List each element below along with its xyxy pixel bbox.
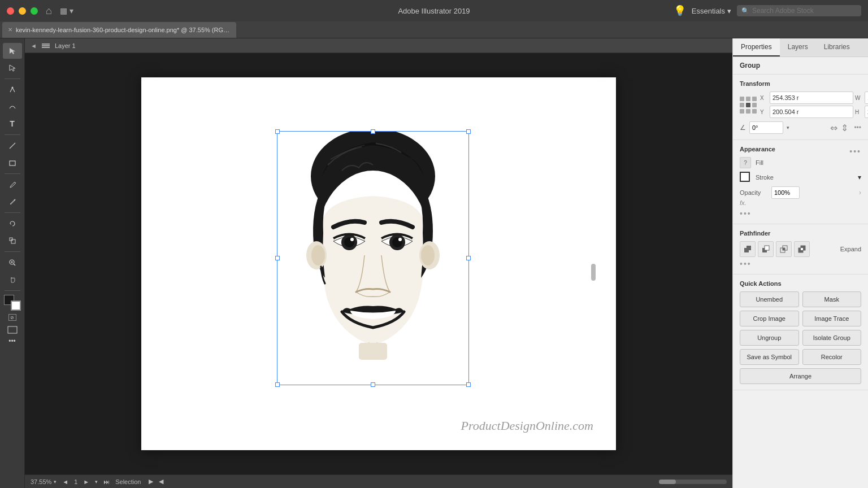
- tool-divider-4: [5, 212, 20, 213]
- scale-tool-button[interactable]: [3, 233, 22, 249]
- pathfinder-intersect[interactable]: [776, 241, 792, 257]
- recolor-button[interactable]: Recolor: [802, 349, 862, 365]
- tab-close-icon[interactable]: ✕: [8, 27, 12, 33]
- group-label-section: Group: [733, 57, 868, 75]
- anchor-grid[interactable]: [740, 97, 757, 114]
- anchor-dot-tl[interactable]: [740, 97, 744, 101]
- direct-select-tool-button[interactable]: [3, 60, 22, 76]
- scroll-track[interactable]: [659, 480, 727, 484]
- main-area: T: [0, 38, 868, 488]
- app-title: Adobe Illustrator 2019: [398, 7, 470, 15]
- more-appearance-dots[interactable]: •••: [740, 209, 752, 218]
- zoom-control[interactable]: 37.55% ▾: [31, 478, 57, 485]
- page-dropdown-icon[interactable]: ▾: [95, 479, 98, 485]
- w-input[interactable]: [865, 91, 868, 104]
- anchor-dot-bl[interactable]: [740, 109, 744, 114]
- file-tab[interactable]: ✕ kevin-kennedy-learn-fusion-360-product…: [2, 22, 236, 38]
- scroll-thumb[interactable]: [659, 480, 676, 484]
- tab-layers[interactable]: Layers: [780, 38, 816, 56]
- more-pathfinder-dots[interactable]: •••: [740, 259, 752, 268]
- flip-horizontal-icon[interactable]: ⇔: [830, 123, 837, 133]
- angle-dropdown-icon: ▾: [787, 125, 789, 130]
- anchor-dot-tc[interactable]: [746, 97, 750, 101]
- opacity-more-icon[interactable]: ›: [859, 189, 861, 197]
- anchor-dot-br[interactable]: [752, 109, 757, 114]
- stroke-icon[interactable]: [740, 172, 751, 183]
- anchor-dot-mr[interactable]: [752, 103, 757, 107]
- pathfinder-exclude[interactable]: [794, 241, 810, 257]
- crop-image-button[interactable]: Crop Image: [740, 311, 799, 326]
- paintbrush-tool-button[interactable]: [3, 177, 22, 193]
- status-bar: 37.55% ▾ ◄ 1 ► ▾ ⏭ Selection ▶ ◀: [25, 474, 732, 488]
- search-input[interactable]: [752, 7, 857, 15]
- nav-prev[interactable]: ◄: [62, 478, 68, 485]
- home-icon[interactable]: ⌂: [46, 5, 52, 17]
- angle-input[interactable]: [749, 121, 783, 134]
- artboard-button[interactable]: [7, 325, 18, 336]
- panel-tabs: Properties Layers Libraries: [733, 38, 868, 57]
- hand-tool-button[interactable]: [3, 272, 22, 287]
- watermark: ProductDesignOnline.com: [461, 419, 593, 433]
- none-color-button[interactable]: ⊘: [8, 314, 16, 321]
- lightbulb-icon[interactable]: 💡: [674, 5, 686, 17]
- zoom-tool-button[interactable]: [3, 255, 22, 271]
- y-input[interactable]: [770, 106, 853, 118]
- color-swatches[interactable]: [4, 295, 21, 311]
- h-input[interactable]: [865, 106, 868, 118]
- image-trace-button[interactable]: Image Trace: [802, 311, 862, 326]
- scroll-indicator[interactable]: [591, 264, 596, 281]
- mask-button[interactable]: Mask: [802, 291, 862, 307]
- pen-tool-button[interactable]: [3, 82, 22, 98]
- quick-actions-section: Quick Actions Unembed Mask Crop Image Im…: [733, 274, 868, 390]
- rect-tool-button[interactable]: [3, 155, 22, 171]
- maximize-button[interactable]: [31, 7, 38, 15]
- flip-vertical-icon[interactable]: ⇕: [841, 123, 848, 133]
- xywh-grid: X W Y H: [760, 91, 868, 118]
- anchor-dot-ml[interactable]: [740, 103, 744, 107]
- tab-label: kevin-kennedy-learn-fusion-360-product-d…: [16, 27, 231, 33]
- navigate-button[interactable]: ▶: [149, 478, 153, 485]
- pencil-tool-button[interactable]: [3, 194, 22, 210]
- save-as-symbol-button[interactable]: Save as Symbol: [740, 349, 799, 365]
- curvature-tool-button[interactable]: [3, 99, 22, 115]
- pathfinder-unite[interactable]: [740, 241, 756, 257]
- isolate-group-button[interactable]: Isolate Group: [802, 330, 862, 346]
- stroke-swatch[interactable]: [11, 300, 21, 311]
- type-tool-button[interactable]: T: [3, 116, 22, 132]
- rotate-tool-button[interactable]: [3, 216, 22, 232]
- fill-label: Fill: [756, 159, 763, 166]
- tab-properties[interactable]: Properties: [733, 38, 780, 56]
- anchor-dot-mc[interactable]: [746, 103, 750, 107]
- transform-controls: X W Y H ⛓: [740, 91, 861, 118]
- essentials-button[interactable]: Essentials ▾: [692, 7, 731, 15]
- workspace-switcher-icon[interactable]: ▦ ▾: [60, 6, 73, 15]
- more-appearance-icon[interactable]: •••: [849, 147, 861, 156]
- minimize-button[interactable]: [19, 7, 26, 15]
- more-tools-button[interactable]: •••: [8, 337, 16, 345]
- arrange-button[interactable]: Arrange: [740, 368, 861, 384]
- pathfinder-expand-button[interactable]: Expand: [840, 246, 861, 252]
- artwork-svg: [277, 131, 469, 391]
- search-bar[interactable]: 🔍: [737, 5, 861, 16]
- zoom-value: 37.55%: [31, 478, 51, 485]
- close-button[interactable]: [7, 7, 14, 15]
- x-input[interactable]: [770, 91, 853, 104]
- tab-libraries[interactable]: Libraries: [816, 38, 858, 56]
- select-tool-button[interactable]: [3, 43, 22, 59]
- nav-next[interactable]: ►: [83, 478, 89, 485]
- layer-navigate-back[interactable]: ◄: [31, 42, 37, 49]
- artboard: ProductDesignOnline.com: [141, 77, 616, 450]
- ungroup-button[interactable]: Ungroup: [740, 330, 799, 346]
- anchor-dot-tr[interactable]: [752, 97, 757, 101]
- anchor-dot-bc[interactable]: [746, 109, 750, 114]
- timeline-bar[interactable]: ◀: [159, 478, 163, 485]
- more-transform-icon[interactable]: •••: [854, 124, 861, 132]
- svg-line-6: [14, 264, 15, 265]
- pathfinder-minus-front[interactable]: [758, 241, 774, 257]
- fill-question-icon[interactable]: ?: [740, 157, 751, 168]
- opacity-input[interactable]: [771, 186, 800, 199]
- more-appearance-row: •••: [740, 209, 861, 218]
- nav-last[interactable]: ⏭: [103, 478, 110, 485]
- line-tool-button[interactable]: [3, 138, 22, 154]
- unembed-button[interactable]: Unembed: [740, 291, 799, 307]
